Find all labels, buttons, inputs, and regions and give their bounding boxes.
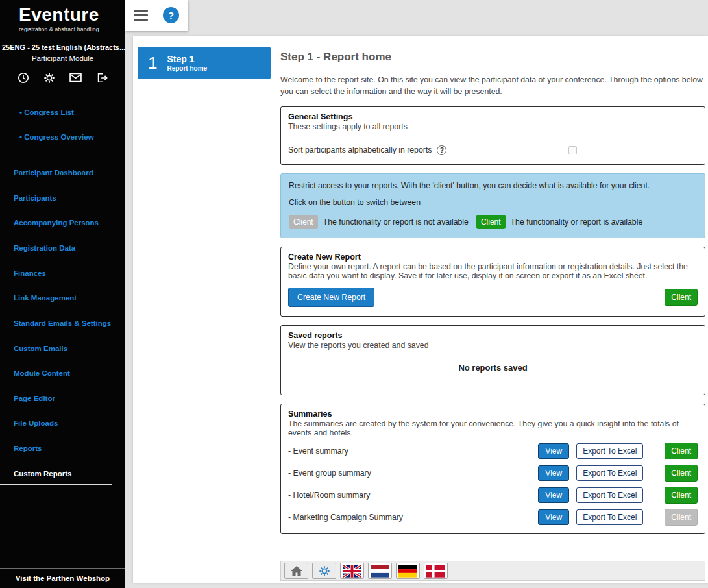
menu-toggle-icon[interactable] (134, 10, 148, 23)
client-legend-row: Client The functionality or report is no… (289, 215, 697, 229)
create-report-client-toggle[interactable]: Client (665, 289, 698, 306)
topbar: ? (125, 0, 188, 31)
congress-name: 25ENG - 25 test English (Abstracts... (0, 43, 125, 51)
sidebar-nav: Congress List Congress Overview Particip… (0, 100, 125, 485)
gear-icon[interactable] (43, 72, 55, 84)
report-home-content: Step 1 - Report home Welcome to the repo… (280, 51, 705, 534)
sidebar-item-custom-emails[interactable]: Custom Emails (0, 336, 125, 361)
export-to-excel-button[interactable]: Export To Excel (576, 465, 643, 481)
create-report-description: Define your own report. A report can be … (288, 262, 698, 280)
step-title: Step 1 (167, 54, 207, 65)
view-button[interactable]: View (538, 487, 569, 503)
client-toggle-button[interactable]: Client (665, 509, 698, 526)
create-new-report-button[interactable]: Create New Report (288, 288, 374, 307)
view-button[interactable]: View (538, 465, 569, 481)
sidebar-item-congress-overview[interactable]: Congress Overview (0, 125, 125, 150)
sidebar-item-participants[interactable]: Participants (0, 186, 125, 211)
logo-subtitle: registration & abstract handling (19, 26, 125, 32)
sidebar-item-standard-emails-settings[interactable]: Standard Emails & Settings (0, 311, 125, 336)
sidebar-item-participant-dashboard[interactable]: Participant Dashboard (0, 160, 125, 186)
summary-row-marketing-campaign: - Marketing Campaign Summary View Export… (288, 509, 698, 526)
mail-icon[interactable] (69, 73, 82, 82)
step-number: 1 (148, 53, 157, 73)
sidebar-item-module-content[interactable]: Module Content (0, 361, 125, 386)
client-info-line1: Restrict access to your reports. With th… (289, 181, 697, 190)
sort-alphabetical-option: Sort participants alphabetically in repo… (288, 145, 698, 155)
sidebar-item-custom-reports[interactable]: Custom Reports (0, 461, 112, 485)
client-access-info-box: Restrict access to your reports. With th… (280, 173, 705, 238)
export-to-excel-button[interactable]: Export To Excel (576, 487, 643, 503)
client-toggle-button[interactable]: Client (665, 487, 698, 504)
wizard-step-1[interactable]: 1 Step 1 Report home (138, 47, 271, 79)
page-title: Step 1 - Report home (280, 51, 705, 69)
sidebar-item-link-management[interactable]: Link Management (0, 286, 125, 311)
language-flag-dutch[interactable] (368, 563, 392, 579)
main-panel: 1 Step 1 Report home Step 1 - Report hom… (133, 36, 708, 583)
module-name: Participant Module (0, 55, 125, 62)
view-button[interactable]: View (538, 509, 569, 525)
summary-row-event-group: - Event group summary View Export To Exc… (288, 465, 698, 482)
logout-icon[interactable] (96, 72, 108, 84)
summaries-title: Summaries (288, 410, 698, 419)
clock-icon[interactable] (18, 72, 29, 84)
no-reports-message: No reports saved (288, 363, 698, 373)
settings-gear-icon[interactable] (312, 563, 336, 579)
summaries-description: The summaries are created by the system … (288, 419, 698, 437)
saved-reports-subtitle: View the reports you created and saved (288, 341, 698, 350)
sidebar-item-finances[interactable]: Finances (0, 261, 125, 286)
sidebar-item-file-uploads[interactable]: File Uploads (0, 411, 125, 436)
summary-row-event: - Event summary View Export To Excel Cli… (288, 443, 698, 459)
language-flag-danish[interactable] (424, 563, 448, 579)
summary-label: - Event group summary (288, 469, 538, 478)
client-off-badge: Client (289, 215, 318, 229)
app-logo[interactable]: Eventure registration & abstract handlin… (0, 0, 125, 32)
create-report-title: Create New Report (288, 252, 698, 262)
language-flag-english[interactable] (340, 563, 364, 579)
summaries-box: Summaries The summaries are created by t… (280, 404, 705, 534)
bottom-toolbar (280, 561, 705, 581)
export-to-excel-button[interactable]: Export To Excel (576, 443, 643, 459)
summary-label: - Event summary (288, 447, 538, 456)
saved-reports-title: Saved reports (288, 331, 698, 340)
client-on-text: The functionality or report is available (511, 217, 643, 227)
sidebar-item-registration-data[interactable]: Registration Data (0, 236, 125, 261)
general-settings-subtitle: These settings apply to all reports (288, 122, 698, 131)
webshop-link[interactable]: Visit the Parthen Webshop (0, 568, 125, 588)
client-on-badge: Client (476, 215, 506, 229)
sort-alphabetical-checkbox[interactable] (568, 146, 577, 154)
home-icon[interactable] (284, 563, 308, 579)
question-mark-icon[interactable]: ? (437, 145, 446, 155)
logo-title: Eventure (19, 5, 125, 25)
client-off-text: The functionality or report is not avail… (323, 217, 469, 227)
sidebar-item-reports[interactable]: Reports (0, 436, 125, 461)
help-icon[interactable]: ? (163, 7, 179, 23)
view-button[interactable]: View (538, 443, 569, 459)
general-settings-title: General Settings (288, 112, 698, 121)
saved-reports-box: Saved reports View the reports you creat… (280, 325, 705, 395)
sidebar-item-page-editor[interactable]: Page Editor (0, 386, 125, 411)
sidebar: Eventure registration & abstract handlin… (0, 0, 125, 588)
client-info-line2: Click on the button to switch between (289, 198, 697, 207)
create-report-box: Create New Report Define your own report… (280, 247, 705, 317)
sort-alphabetical-label: Sort participants alphabetically in repo… (288, 145, 432, 154)
summary-label: - Marketing Campaign Summary (288, 513, 538, 522)
sidebar-item-accompanying-persons[interactable]: Accompanying Persons (0, 210, 125, 236)
client-toggle-button[interactable]: Client (665, 443, 698, 459)
export-to-excel-button[interactable]: Export To Excel (576, 509, 643, 525)
summary-row-hotel-room: - Hotel/Room summary View Export To Exce… (288, 487, 698, 504)
sidebar-icon-row (0, 62, 125, 90)
intro-text: Welcome to the report site. On this site… (280, 74, 705, 98)
language-flag-german[interactable] (396, 563, 420, 579)
summary-label: - Hotel/Room summary (288, 491, 538, 500)
step-subtitle: Report home (167, 65, 207, 72)
sidebar-item-congress-list[interactable]: Congress List (0, 100, 125, 125)
general-settings-box: General Settings These settings apply to… (280, 106, 705, 165)
client-toggle-button[interactable]: Client (665, 465, 698, 482)
